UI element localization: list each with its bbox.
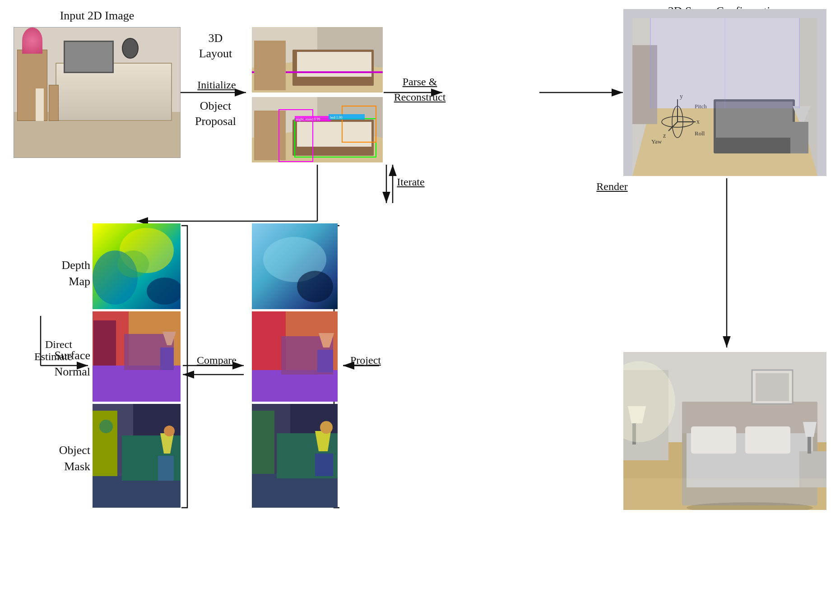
svg-rect-113 [691,426,736,454]
proposal-svg: night_stand:0.99 bed:1.00 [252,97,383,162]
compare-mask-image [252,404,338,508]
svg-point-85 [164,426,175,436]
surface-normal-left-svg [93,311,181,402]
svg-text:z: z [663,132,666,139]
svg-marker-91 [252,370,338,402]
render-label: Render [594,181,630,193]
scene3d-svg: x z y Pitch Roll Yaw [623,9,826,176]
object-mask-left-svg [93,404,181,508]
input-2d-label: Input 2D Image [14,9,181,23]
svg-text:Roll: Roll [695,130,705,137]
compare-surface-image [252,311,338,402]
svg-rect-46 [790,122,808,153]
svg-marker-125 [623,478,826,510]
svg-text:Yaw: Yaw [651,138,662,145]
layout-image [252,27,383,93]
svg-text:bed:1.00: bed:1.00 [330,116,343,120]
svg-text:x: x [696,118,700,125]
parse-reconstruct-label: Parse &Reconstruct [384,74,456,105]
surface-normal-label: SurfaceNormal [14,347,90,380]
proposal-image: night_stand:0.99 bed:1.00 [252,97,383,162]
svg-point-89 [297,271,333,302]
svg-rect-30 [254,111,286,160]
depth-map-svg [93,223,181,309]
diagram-container: Input 2D Image Initialize 3DLayout [0,0,840,616]
svg-rect-29 [297,122,371,147]
iterate-label: Iterate [393,176,429,188]
layout-svg [252,27,383,93]
render-svg [623,352,826,510]
surface-normal-left-image [93,311,181,402]
compare-depth-svg [252,223,338,309]
object-mask-left-image [93,404,181,508]
svg-rect-23 [254,41,286,90]
project-label: Project [343,354,388,366]
svg-marker-98 [252,474,338,508]
compare-mask-svg [252,404,338,508]
svg-rect-95 [317,350,333,372]
initialize-label: Initialize [187,79,246,91]
svg-rect-120 [808,435,811,454]
object-mask-label: ObjectMask [14,442,90,475]
compare-depth-image [252,223,338,309]
svg-rect-104 [315,454,333,476]
svg-text:night_stand:0.99: night_stand:0.99 [296,117,320,121]
svg-marker-70 [93,366,181,402]
scene3d-image: x z y Pitch Roll Yaw [623,9,826,176]
layout-3d-label: 3DLayout [181,31,251,61]
svg-rect-123 [756,373,789,401]
render-image [623,352,826,510]
input-2d-image [14,27,181,158]
svg-rect-114 [745,426,790,454]
compare-surface-svg [252,311,338,402]
svg-point-68 [117,250,149,278]
depth-map-image [93,223,181,309]
svg-rect-74 [93,320,116,366]
svg-point-105 [320,421,333,434]
object-proposal-label: ObjectProposal [181,98,251,129]
svg-marker-78 [93,476,181,508]
depth-map-label: DepthMap [14,257,90,290]
compare-label: Compare [190,354,244,366]
svg-point-86 [99,420,113,433]
svg-marker-92 [252,311,286,370]
svg-rect-75 [160,347,174,370]
svg-rect-102 [252,411,274,474]
svg-rect-83 [158,456,174,481]
